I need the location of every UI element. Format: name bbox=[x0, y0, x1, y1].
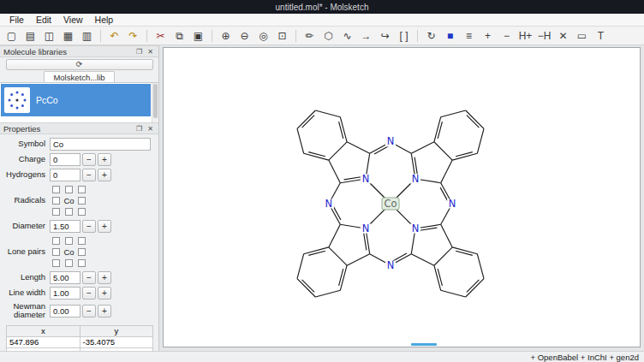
atom-label-N[interactable]: N bbox=[361, 223, 371, 234]
properties-float-button[interactable]: ❐ bbox=[134, 124, 144, 134]
hydrogens-increment-button[interactable]: + bbox=[98, 169, 111, 181]
lone_pairs-checkbox[interactable] bbox=[52, 237, 60, 245]
charge-increment-button[interactable]: + bbox=[98, 153, 111, 166]
toolbar-zoom-fit-button[interactable]: ⊡ bbox=[273, 28, 291, 44]
hydrogens-decrement-button[interactable]: − bbox=[82, 169, 96, 181]
atom-label-N[interactable]: N bbox=[410, 223, 420, 234]
bond[interactable] bbox=[477, 128, 484, 153]
bond[interactable] bbox=[441, 110, 466, 117]
atom-label-N[interactable]: N bbox=[447, 198, 457, 210]
toolbar-line-width-button[interactable]: ≡ bbox=[460, 28, 478, 44]
toolbar-cut-button[interactable]: ✂ bbox=[152, 28, 170, 44]
bond[interactable] bbox=[315, 110, 340, 117]
bond[interactable] bbox=[411, 254, 434, 266]
atom-label-N[interactable]: N bbox=[410, 173, 420, 185]
bond[interactable] bbox=[411, 142, 434, 154]
toolbar-zoom-in-button[interactable]: ⊕ bbox=[217, 28, 235, 44]
lone_pairs-checkbox[interactable] bbox=[52, 259, 60, 267]
toolbar-reaction-arrow-button[interactable]: → bbox=[357, 28, 375, 44]
atom-label-Co[interactable]: Co bbox=[382, 198, 399, 211]
toolbar-color-button[interactable]: ■ bbox=[441, 28, 459, 44]
toolbar-save-button[interactable]: ◫ bbox=[40, 28, 58, 44]
lone_pairs-checkbox[interactable] bbox=[78, 237, 86, 245]
bond[interactable] bbox=[466, 110, 484, 128]
lone_pairs-checkbox[interactable] bbox=[52, 248, 60, 256]
lone_pairs-checkbox[interactable] bbox=[65, 259, 73, 267]
library-refresh-button[interactable]: ⟳ bbox=[6, 59, 153, 70]
bond[interactable] bbox=[297, 279, 315, 297]
atom-label-N[interactable]: N bbox=[324, 198, 334, 210]
list-item-pcco[interactable]: PcCo bbox=[1, 84, 151, 116]
atom-label-N[interactable]: N bbox=[361, 173, 371, 185]
drawing-canvas[interactable]: NNNNNNNNCo bbox=[163, 47, 641, 347]
coord-cell[interactable]: 547.896 bbox=[7, 336, 80, 347]
bond[interactable] bbox=[441, 160, 453, 183]
bond[interactable] bbox=[329, 160, 341, 183]
toolbar-mechanism-arrow-button[interactable]: ↪ bbox=[376, 28, 394, 44]
toolbar-remove-hydrogen-button[interactable]: −H bbox=[535, 28, 553, 44]
toolbar-copy-button[interactable]: ⧉ bbox=[170, 28, 188, 44]
menu-view[interactable]: View bbox=[57, 14, 89, 26]
toolbar-paste-button[interactable]: ▣ bbox=[189, 28, 207, 44]
atom-label-N[interactable]: N bbox=[385, 135, 396, 147]
library-scrollbar[interactable] bbox=[152, 83, 158, 122]
bond[interactable] bbox=[329, 224, 341, 247]
length-decrement-button[interactable]: − bbox=[82, 271, 96, 284]
radicals-checkbox[interactable] bbox=[78, 186, 86, 193]
bond[interactable] bbox=[347, 254, 370, 266]
charge-decrement-button[interactable]: − bbox=[82, 153, 96, 166]
lone_pairs-checkbox[interactable] bbox=[78, 259, 86, 267]
bond[interactable] bbox=[297, 110, 315, 128]
radicals-checkbox[interactable] bbox=[65, 186, 73, 193]
atom-label-N[interactable]: N bbox=[385, 259, 396, 271]
horizontal-scrollbar-thumb[interactable] bbox=[411, 343, 437, 346]
bond[interactable] bbox=[329, 247, 347, 265]
bond[interactable] bbox=[441, 224, 453, 247]
toolbar-charge-plus-button[interactable]: + bbox=[479, 28, 497, 44]
toolbar-charge-minus-button[interactable]: − bbox=[498, 28, 516, 44]
menu-help[interactable]: Help bbox=[89, 14, 120, 26]
toolbar-zoom-out-button[interactable]: ⊖ bbox=[236, 28, 253, 44]
radicals-checkbox[interactable] bbox=[65, 208, 73, 216]
lone_pairs-checkbox[interactable] bbox=[78, 248, 86, 256]
toolbar-rotate-button[interactable]: ↻ bbox=[422, 28, 440, 44]
hydrogens-field[interactable] bbox=[50, 169, 80, 181]
bond[interactable] bbox=[315, 290, 340, 297]
bond[interactable] bbox=[347, 142, 370, 154]
bond[interactable] bbox=[434, 142, 452, 160]
toolbar-new-file-button[interactable]: ▢ bbox=[3, 28, 21, 44]
toolbar-lasso-button[interactable]: ▭ bbox=[573, 28, 591, 44]
line-width-increment-button[interactable]: + bbox=[98, 287, 111, 300]
coord-cell[interactable]: -35.4075 bbox=[80, 336, 153, 347]
radicals-checkbox[interactable] bbox=[52, 208, 60, 216]
bond[interactable] bbox=[420, 228, 437, 230]
radicals-checkbox[interactable] bbox=[52, 197, 60, 205]
toolbar-zoom-reset-button[interactable]: ◎ bbox=[254, 28, 272, 44]
charge-field[interactable] bbox=[50, 153, 80, 166]
toolbar-print-button[interactable]: ▥ bbox=[78, 28, 96, 44]
libraries-float-button[interactable]: ❐ bbox=[134, 47, 144, 56]
toolbar-text-tool-button[interactable]: T bbox=[592, 28, 610, 44]
radicals-checkbox[interactable] bbox=[52, 186, 60, 193]
bond[interactable] bbox=[466, 279, 484, 297]
diameter-field[interactable] bbox=[50, 220, 80, 233]
newman-decrement-button[interactable]: − bbox=[82, 305, 96, 317]
newman-diameter-field[interactable] bbox=[50, 305, 80, 317]
length-increment-button[interactable]: + bbox=[98, 271, 111, 284]
tab-molsketch-lib[interactable]: Molsketch...lib bbox=[44, 71, 114, 82]
bond[interactable] bbox=[364, 233, 367, 250]
bond[interactable] bbox=[434, 247, 452, 265]
toolbar-draw-button[interactable]: ✏ bbox=[301, 28, 319, 44]
libraries-close-button[interactable]: ✕ bbox=[146, 47, 155, 56]
bond[interactable] bbox=[297, 254, 304, 279]
menu-edit[interactable]: Edit bbox=[30, 14, 57, 26]
menu-file[interactable]: File bbox=[3, 14, 30, 26]
diameter-decrement-button[interactable]: − bbox=[82, 220, 96, 233]
toolbar-brackets-button[interactable]: [ ] bbox=[395, 28, 413, 44]
toolbar-open-file-button[interactable]: ▤ bbox=[21, 28, 39, 44]
properties-close-button[interactable]: ✕ bbox=[146, 124, 155, 134]
molecule-drawing[interactable]: NNNNNNNNCo bbox=[164, 48, 640, 347]
radicals-checkbox[interactable] bbox=[78, 208, 86, 216]
radicals-checkbox[interactable] bbox=[78, 197, 86, 205]
bond[interactable] bbox=[441, 290, 466, 297]
